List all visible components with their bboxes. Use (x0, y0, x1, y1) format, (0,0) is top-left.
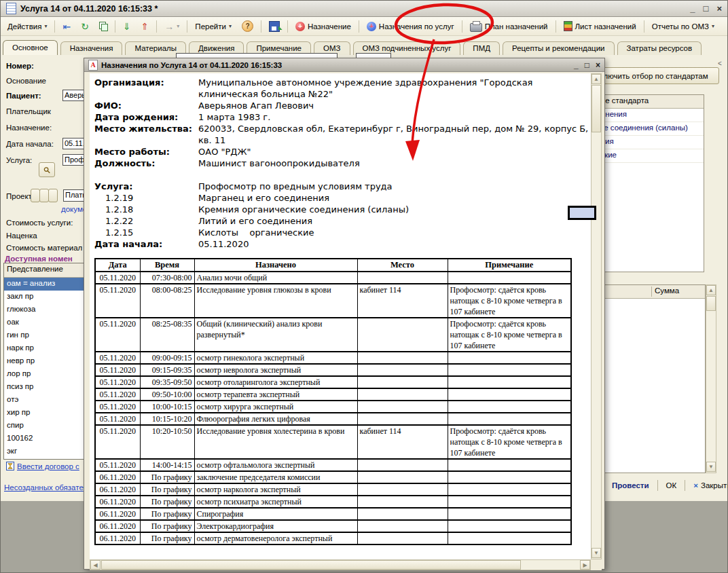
list-item[interactable]: невр пр (4, 355, 85, 368)
info-row: 1.2.15 Кислоты органические (94, 227, 591, 238)
project-option-button[interactable] (48, 189, 58, 202)
appointment-sheet-button[interactable]: Лист назначений (560, 19, 640, 33)
list-item[interactable]: экг (4, 445, 85, 458)
table-row[interactable]: 06.11.2020 По графику Электрокардиографи… (95, 520, 571, 532)
list-item[interactable]: отэ (4, 394, 85, 407)
refresh-button[interactable]: ↻ (77, 20, 93, 33)
write-icon: ⇤ (62, 22, 71, 31)
patient-input[interactable]: Аверь (62, 90, 85, 101)
ok-button[interactable]: ОК (662, 480, 681, 491)
tab[interactable]: ПМД (463, 41, 500, 55)
table-row[interactable]: 05.11.2020 08:25-08:35 Общий (клинически… (95, 318, 571, 352)
sum-column-header[interactable]: Сумма (651, 286, 702, 297)
scroll-down-icon[interactable]: ▼ (706, 462, 716, 472)
list-item[interactable]: глюкоза (4, 303, 85, 316)
appointments-by-service-button[interactable]: + Назначения по услуг (363, 20, 458, 33)
maximize-button[interactable]: □ (704, 3, 709, 14)
table-row[interactable]: 05.11.2020 14:00-14:15 осмотр офтальмоло… (95, 459, 571, 471)
right-vscrollbar[interactable]: ▲ ▼ (706, 284, 716, 473)
table-row[interactable]: 06.11.2020 По графику заключение председ… (95, 471, 571, 483)
tab[interactable]: Рецепты и рекомендации (503, 41, 615, 55)
list-item[interactable] (4, 458, 85, 460)
table-row[interactable]: 05.11.2020 08:00-08:25 Исследование уров… (95, 284, 571, 318)
table-row[interactable]: 05.11.2020 10:15-10:20 Флюорография легк… (95, 413, 571, 425)
footer-buttons: Провести ОК ×Закрыть (608, 480, 728, 491)
list-item[interactable]: гин пр (4, 329, 85, 342)
basis-label: Основание (6, 77, 46, 85)
close-button[interactable]: × (716, 3, 722, 14)
post-document-button[interactable]: ⇓ (119, 20, 135, 33)
separator (287, 20, 288, 33)
post-button[interactable]: Провести (608, 480, 653, 491)
standards-filter-button[interactable]: ключить отбор по стандартам (589, 67, 719, 84)
goto-button[interactable]: Перейти ▾ (191, 20, 236, 33)
service-input[interactable]: Профо (62, 154, 85, 166)
standards-row[interactable]: ческие (589, 149, 704, 163)
list-item[interactable]: лор пр (4, 368, 85, 381)
tab[interactable]: Затраты ресурсов (617, 41, 702, 55)
scrollbar-thumb[interactable] (101, 560, 521, 570)
unpost-document-button[interactable]: ⇑ (137, 20, 153, 33)
forward-dropdown-button[interactable]: → ▾ (160, 20, 183, 33)
copy-button[interactable] (95, 20, 111, 33)
write-button[interactable]: ⇤ (58, 20, 75, 33)
help-button[interactable]: ? (238, 18, 257, 34)
list-item[interactable]: закл пр (4, 291, 85, 303)
tab[interactable]: Назначения (60, 41, 123, 55)
modal-vscrollbar[interactable]: ▲ ▼ (591, 73, 602, 559)
standards-row[interactable]: ские соединения (силаны) (589, 122, 704, 136)
scrollbar-thumb[interactable] (592, 85, 601, 132)
search-button[interactable] (39, 162, 55, 177)
list-item[interactable]: нарк пр (4, 342, 85, 355)
list-item[interactable]: псиз пр (4, 381, 85, 394)
list-header[interactable]: Представление (4, 263, 85, 278)
table-row[interactable]: 06.11.2020 По графику осмотр дерматовене… (95, 532, 571, 544)
close-form-button[interactable]: ×Закрыть (689, 480, 728, 491)
tab[interactable]: Основное (3, 40, 58, 55)
minimize-button[interactable]: _ (690, 3, 695, 14)
info-label: Место жительства: (94, 123, 198, 146)
modal-hscrollbar[interactable]: ◀ ▶ (90, 559, 591, 570)
table-row[interactable]: 05.11.2020 09:50-10:00 осмотр терапевта … (95, 388, 571, 401)
enter-contract-link[interactable]: Ввести договор с (17, 462, 79, 470)
table-row[interactable]: 05.11.2020 09:15-09:35 осмотр невролога … (95, 364, 571, 376)
table-row[interactable]: 05.11.2020 10:00-10:15 осмотр хирурга эк… (95, 401, 571, 413)
list-item[interactable]: спир (4, 420, 85, 432)
project-option-button[interactable] (39, 189, 49, 202)
scroll-up-icon[interactable]: ▲ (592, 74, 601, 84)
modal-close-button[interactable]: × (596, 60, 600, 70)
table-row[interactable]: 06.11.2020 По графику осмотр нарколога э… (95, 483, 571, 496)
info-row: Место работы: ОАО "РДЖ" (94, 146, 591, 158)
appointment-plan-button[interactable]: План назначений (466, 18, 552, 34)
standards-row[interactable]: единения (589, 109, 704, 122)
list-item[interactable]: хир пр (4, 407, 85, 420)
omz-reports-button[interactable]: Отчеты по ОМЗ ▾ (648, 20, 718, 33)
start-date-input[interactable]: 05.11. (62, 138, 85, 149)
save-external-button[interactable] (265, 19, 284, 34)
table-row[interactable]: 05.11.2020 09:00-09:15 осмотр гинеколога… (95, 352, 571, 364)
table-row[interactable]: 06.11.2020 По графику осмотр психиатра э… (95, 496, 571, 508)
list-item[interactable]: оам = анализ (4, 278, 85, 291)
table-row[interactable]: 05.11.2020 07:30-08:00 Анализ мочи общий (95, 272, 571, 284)
scroll-down-icon[interactable]: ▼ (592, 548, 601, 558)
appointment-button[interactable]: + Назначение (291, 20, 355, 33)
project-option-button[interactable] (31, 189, 40, 202)
scroll-left-icon[interactable]: ◀ (90, 560, 101, 570)
scroll-right-icon[interactable]: ▶ (580, 560, 590, 570)
table-row[interactable]: 05.11.2020 10:20-10:50 Исследование уров… (95, 425, 571, 459)
scroll-up-icon[interactable]: ▲ (706, 285, 716, 295)
standards-row[interactable]: нения (589, 136, 704, 149)
table-row[interactable]: 05.11.2020 09:35-09:50 осмотр отоларинго… (95, 376, 571, 388)
modal-maximize-button[interactable]: □ (585, 60, 589, 70)
project-input[interactable]: Платн (63, 189, 85, 202)
list-item[interactable]: оак (4, 316, 85, 329)
table-row[interactable]: 06.11.2020 По графику Спирография (95, 508, 571, 520)
scrollbar-thumb[interactable] (706, 296, 716, 311)
collapse-panel-icon[interactable]: < (718, 60, 722, 67)
uncreated-obligations-link[interactable]: Несозданных обязате (4, 483, 84, 492)
standards-grid-header[interactable]: ание стандарта (589, 95, 704, 109)
actions-button[interactable]: Действия ▾ (3, 20, 51, 33)
modal-minimize-button[interactable]: _ (574, 60, 579, 70)
info-row: 1.2.22 Литий и его соединения (94, 215, 591, 227)
list-item[interactable]: 100162 (4, 432, 85, 445)
